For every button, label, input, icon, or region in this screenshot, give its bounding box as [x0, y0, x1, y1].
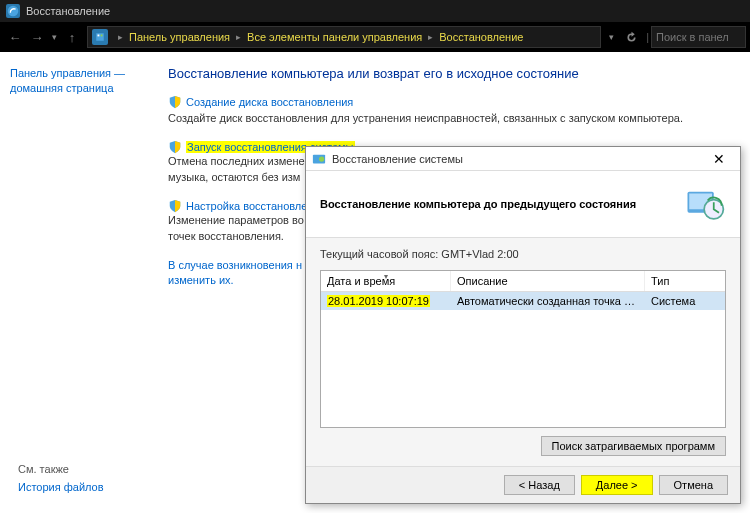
back-button[interactable]: ←: [4, 26, 26, 48]
problems-link-l2[interactable]: изменить их.: [168, 274, 234, 286]
restore-point-desc: Автоматически созданная точка восстановл…: [451, 292, 645, 310]
search-input[interactable]: Поиск в панел: [651, 26, 746, 48]
chevron-right-icon: ▸: [236, 32, 241, 42]
dialog-title: Восстановление системы: [332, 153, 704, 165]
control-panel-icon: [92, 29, 108, 45]
scan-affected-programs-button[interactable]: Поиск затрагиваемых программ: [541, 436, 726, 456]
shield-icon: [168, 199, 182, 213]
up-button[interactable]: ↑: [61, 26, 83, 48]
cancel-button[interactable]: Отмена: [659, 475, 728, 495]
chevron-right-icon: ▸: [428, 32, 433, 42]
sidebar: Панель управления — домашняя страница См…: [0, 52, 160, 513]
svg-rect-1: [96, 33, 104, 41]
window-title: Восстановление: [26, 5, 110, 17]
sidebar-home-l1: Панель управления —: [10, 67, 125, 79]
create-recovery-disk-link[interactable]: Создание диска восстановления: [186, 96, 353, 108]
control-panel-home-link[interactable]: Панель управления — домашняя страница: [10, 66, 150, 97]
window-titlebar: Восстановление: [0, 0, 750, 22]
refresh-button[interactable]: [620, 26, 642, 48]
restore-point-date: 28.01.2019 10:07:19: [327, 295, 430, 307]
svg-rect-3: [101, 35, 103, 37]
dialog-titlebar[interactable]: Восстановление системы ✕: [306, 147, 740, 171]
see-also-label: См. также: [18, 463, 104, 475]
col-date-header[interactable]: ▾Дата и время: [321, 271, 451, 291]
table-header: ▾Дата и время Описание Тип: [321, 271, 725, 292]
address-dropdown-icon[interactable]: ▾: [609, 32, 614, 42]
page-heading: Восстановление компьютера или возврат ег…: [168, 66, 730, 81]
back-button[interactable]: < Назад: [504, 475, 575, 495]
restore-hero-icon: [684, 183, 726, 225]
search-placeholder: Поиск в панел: [656, 31, 729, 43]
svg-point-0: [8, 6, 19, 17]
app-icon: [6, 4, 20, 18]
file-history-link[interactable]: История файлов: [18, 481, 104, 493]
sidebar-home-l2: домашняя страница: [10, 82, 114, 94]
col-desc-header[interactable]: Описание: [451, 271, 645, 291]
svg-rect-2: [98, 35, 100, 37]
next-button[interactable]: Далее >: [581, 475, 653, 495]
shield-icon: [168, 95, 182, 109]
system-restore-dialog: Восстановление системы ✕ Восстановление …: [305, 146, 741, 504]
sort-desc-icon: ▾: [384, 272, 388, 281]
shield-icon: [168, 140, 182, 154]
nav-bar: ← → ▾ ↑ ▸ Панель управления ▸ Все элемен…: [0, 22, 750, 52]
breadcrumb[interactable]: ▸ Панель управления ▸ Все элементы панел…: [87, 26, 601, 48]
close-button[interactable]: ✕: [704, 149, 734, 169]
forward-button[interactable]: →: [26, 26, 48, 48]
chevron-right-icon: ▸: [118, 32, 123, 42]
breadcrumb-item[interactable]: Восстановление: [439, 31, 523, 43]
configure-restore-link[interactable]: Настройка восстановлени: [186, 200, 320, 212]
history-dropdown-icon[interactable]: ▾: [52, 32, 57, 42]
svg-point-5: [319, 156, 324, 161]
restore-point-type: Система: [645, 292, 725, 310]
dialog-heading: Восстановление компьютера до предыдущего…: [320, 198, 684, 210]
table-row[interactable]: 28.01.2019 10:07:19 Автоматически создан…: [321, 292, 725, 310]
dialog-footer: < Назад Далее > Отмена: [306, 466, 740, 503]
col-type-header[interactable]: Тип: [645, 271, 725, 291]
problems-link-l1[interactable]: В случае возникновения н: [168, 259, 302, 271]
restore-points-table: ▾Дата и время Описание Тип 28.01.2019 10…: [320, 270, 726, 428]
breadcrumb-item[interactable]: Панель управления: [129, 31, 230, 43]
create-recovery-disk-desc: Создайте диск восстановления для устране…: [168, 111, 730, 126]
separator: |: [646, 31, 649, 43]
breadcrumb-item[interactable]: Все элементы панели управления: [247, 31, 422, 43]
timezone-label: Текущий часовой пояс: GMT+Vlad 2:00: [320, 248, 726, 260]
restore-icon: [312, 152, 326, 166]
